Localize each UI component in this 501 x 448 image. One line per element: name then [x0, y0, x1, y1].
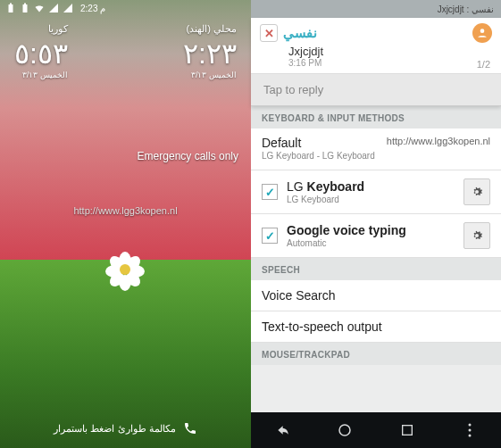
nav-menu-button[interactable] [452, 417, 488, 444]
default-label: Default [262, 136, 301, 150]
settings-screen: نفسي : Jxjcjdjt ✕ نفسي Jxjcjdjt 3:16 PM … [251, 0, 501, 448]
svg-point-4 [480, 29, 485, 33]
voice-search-title: Voice Search [262, 288, 490, 303]
phone-icon [183, 421, 197, 436]
svg-point-9 [469, 435, 472, 437]
nav-home-button[interactable] [327, 417, 363, 444]
lg-keyboard-sub: LG Keyboard [287, 195, 463, 204]
checkbox-google-voice[interactable] [262, 228, 278, 244]
watermark-text: http://www.lgg3kopen.nl [73, 205, 177, 216]
status-clock: 2:23 م [80, 4, 105, 13]
gear-icon [470, 228, 484, 243]
signal-icon [63, 3, 73, 13]
clock-widgets: كوريا ٥:٥٣ الخميس ٣/١٣ محلي (الهند) ٢:٢٣… [0, 23, 251, 79]
clock-label: كوريا [48, 23, 68, 35]
clock-korea: كوريا ٥:٥٣ الخميس ٣/١٣ [14, 23, 68, 79]
google-voice-sub: Automatic [287, 238, 463, 248]
close-button[interactable]: ✕ [260, 24, 278, 42]
battery-icon [5, 3, 16, 13]
tts-title: Text-to-speech output [262, 319, 490, 334]
google-voice-title: Google voice typing [287, 223, 463, 237]
settings-button-google[interactable] [463, 222, 490, 249]
section-keyboard-input: KEYBOARD & INPUT METHODS [251, 106, 501, 129]
lg-keyboard-title: LG Keyboard [287, 179, 463, 194]
notif-time: 3:16 PM [288, 58, 490, 68]
reply-input[interactable]: Tap to reply [251, 73, 501, 105]
wifi-icon [34, 3, 45, 13]
notif-title: نفسي [283, 25, 317, 41]
svg-rect-2 [9, 4, 13, 12]
signal-icon [48, 3, 59, 13]
clock-label: محلي (الهند) [187, 23, 237, 35]
menu-icon [467, 422, 472, 438]
nav-back-button[interactable] [264, 417, 300, 444]
hint-label: مكالمة طوارئ اضغط باستمرار [54, 423, 175, 435]
svg-point-7 [469, 424, 472, 427]
watermark-text: http://www.lgg3kopen.nl [387, 136, 490, 150]
section-mouse: MOUSE/TRACKPAD [251, 343, 501, 365]
emergency-call-hint[interactable]: مكالمة طوارئ اضغط باستمرار [0, 421, 251, 436]
clock-local: محلي (الهند) ٢:٢٣ الخميس ٣/١٣ [183, 23, 237, 79]
svg-rect-3 [10, 4, 12, 5]
default-sub: LG Keyboard - LG Keyboard [262, 151, 490, 161]
status-notif-text: نفسي : Jxjcjdjt [438, 4, 494, 14]
clock-date: الخميس ٣/١٣ [191, 71, 237, 79]
gear-icon [470, 185, 484, 199]
row-lg-keyboard[interactable]: LG Keyboard LG Keyboard [251, 170, 501, 214]
clock-time: ٥:٥٣ [14, 37, 68, 71]
svg-rect-6 [403, 426, 413, 436]
status-bar-left: 2:23 م [0, 0, 251, 16]
emergency-text: Emergency calls only [138, 150, 238, 162]
clock-time: ٢:٢٣ [183, 37, 237, 71]
row-tts-output[interactable]: Text-to-speech output [251, 311, 501, 343]
svg-point-8 [469, 429, 472, 432]
back-icon [273, 423, 291, 437]
checkbox-lg-keyboard[interactable] [262, 184, 278, 200]
nav-recent-button[interactable] [389, 417, 425, 444]
svg-rect-1 [24, 4, 26, 5]
status-bar-right: نفسي : Jxjcjdjt [251, 0, 501, 18]
avatar-icon [472, 23, 492, 43]
lock-screen: 2:23 م كوريا ٥:٥٣ الخميس ٣/١٣ محلي (الهن… [0, 0, 251, 448]
clock-date: الخميس ٣/١٣ [22, 71, 68, 79]
navigation-bar [251, 412, 501, 448]
svg-point-5 [339, 425, 350, 436]
battery-icon [20, 3, 30, 13]
notif-sender: Jxjcjdjt [288, 45, 490, 58]
row-voice-search[interactable]: Voice Search [251, 280, 501, 311]
home-icon [337, 422, 353, 438]
row-default-keyboard[interactable]: Default http://www.lgg3kopen.nl LG Keybo… [251, 129, 501, 170]
notif-count: 1/2 [477, 59, 490, 70]
heads-up-notification[interactable]: ✕ نفسي Jxjcjdjt 3:16 PM 1/2 Tap to reply [251, 18, 501, 106]
row-google-voice-typing[interactable]: Google voice typing Automatic [251, 214, 501, 258]
svg-rect-0 [23, 4, 28, 12]
wallpaper-flower [107, 252, 143, 287]
settings-button-lg[interactable] [463, 178, 490, 205]
recent-icon [400, 423, 414, 437]
section-speech: SPEECH [251, 258, 501, 280]
